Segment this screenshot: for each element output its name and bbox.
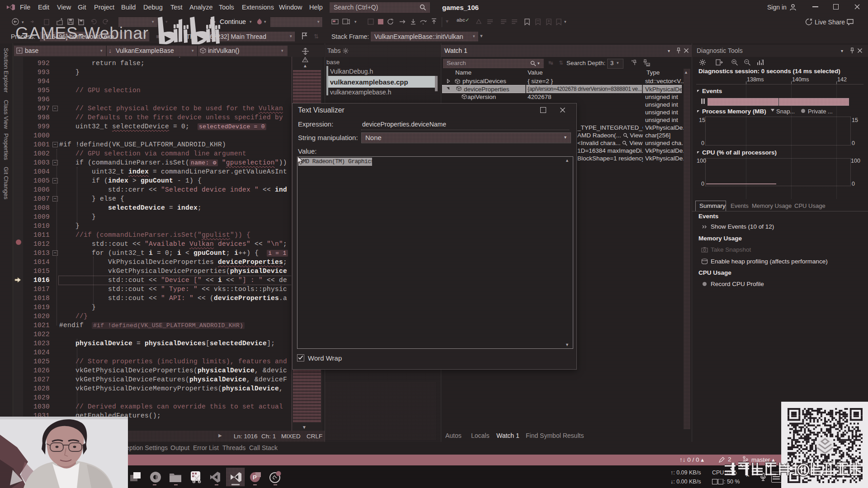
svg-text:?: ? <box>761 59 763 62</box>
svg-text:P: P <box>253 474 257 481</box>
svg-text:ab: ab <box>647 64 650 66</box>
